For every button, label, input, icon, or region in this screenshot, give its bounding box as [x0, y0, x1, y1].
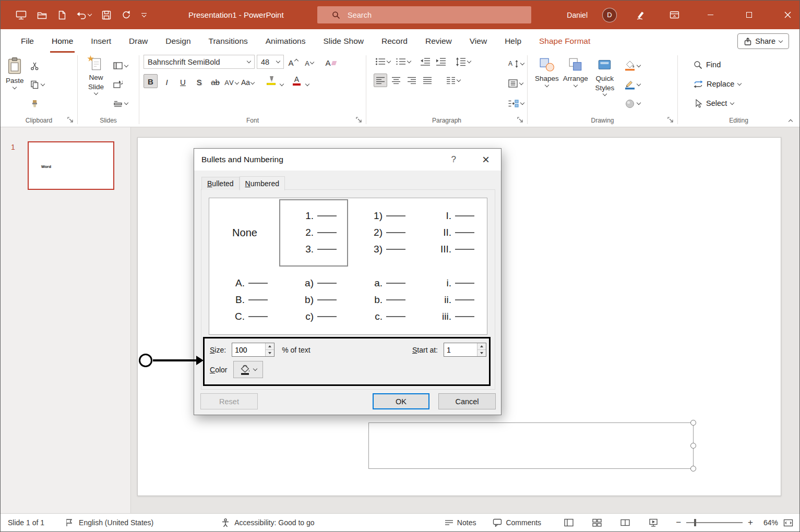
text-direction-button[interactable]: A — [506, 56, 526, 71]
font-size-combo[interactable]: 48 — [257, 55, 284, 69]
grow-font-button[interactable]: A — [286, 55, 300, 69]
resize-handle-bottom-right[interactable] — [690, 466, 696, 471]
layout-button[interactable] — [111, 58, 130, 73]
text-shadow-button[interactable]: S — [192, 74, 206, 88]
find-button[interactable]: Find — [694, 57, 799, 72]
shapes-button[interactable]: Shapes — [533, 55, 561, 114]
align-center-button[interactable] — [389, 74, 403, 87]
tab-bulleted[interactable]: Bulleted — [201, 177, 240, 190]
size-spin-up[interactable] — [266, 343, 274, 349]
size-input[interactable] — [232, 343, 274, 357]
resize-handle-middle-right[interactable] — [690, 443, 696, 449]
shape-fill-button[interactable] — [623, 58, 642, 73]
redo-button[interactable] — [120, 6, 133, 24]
tab-slide-show[interactable]: Slide Show — [314, 29, 373, 53]
font-color-button[interactable]: A — [290, 74, 304, 88]
ribbon-display-options-button[interactable] — [665, 1, 684, 29]
underline-button[interactable]: U — [176, 74, 190, 88]
start-at-spinner[interactable] — [477, 343, 486, 356]
reset-button[interactable] — [111, 77, 130, 92]
shape-effects-button[interactable] — [623, 96, 642, 111]
color-picker-button[interactable] — [233, 361, 263, 378]
clipboard-dialog-launcher[interactable] — [67, 117, 75, 124]
quick-styles-button[interactable]: Quick Styles — [590, 55, 619, 114]
tab-animations[interactable]: Animations — [257, 29, 315, 53]
close-button[interactable] — [775, 1, 799, 29]
numbering-option-roman-upper[interactable]: I. II. III. — [417, 199, 486, 267]
size-spinner[interactable] — [265, 343, 274, 356]
increase-indent-button[interactable] — [434, 55, 448, 68]
new-file-button[interactable] — [56, 6, 68, 24]
change-case-button[interactable]: Aa — [241, 74, 255, 88]
convert-to-smartart-button[interactable] — [506, 96, 526, 111]
slide-sorter-view-button[interactable] — [592, 518, 602, 527]
format-painter-button[interactable] — [28, 96, 46, 111]
numbering-option-alpha-upper[interactable]: A. B. C. — [210, 267, 279, 334]
justify-button[interactable] — [421, 74, 434, 87]
paste-button[interactable]: Paste — [4, 55, 26, 114]
cancel-button[interactable]: Cancel — [438, 393, 496, 409]
numbering-option-roman-lower[interactable]: i. ii. iii. — [417, 267, 486, 334]
inking-button[interactable] — [631, 1, 650, 29]
tab-file[interactable]: File — [12, 29, 43, 53]
tab-review[interactable]: Review — [416, 29, 461, 53]
new-slide-button[interactable]: New Slide — [81, 55, 111, 114]
drawing-dialog-launcher[interactable] — [667, 117, 675, 124]
tab-home[interactable]: Home — [43, 29, 82, 53]
share-button[interactable]: Share — [737, 33, 789, 49]
cut-button[interactable] — [28, 58, 46, 73]
clear-formatting-button[interactable]: A — [324, 55, 338, 69]
minimize-button[interactable] — [698, 1, 722, 29]
shape-outline-button[interactable] — [623, 77, 642, 92]
start-at-input[interactable] — [444, 343, 486, 357]
customize-qat-button[interactable] — [140, 6, 148, 24]
strikethrough-button[interactable]: ab — [208, 74, 222, 88]
maximize-button[interactable] — [737, 1, 761, 29]
tab-help[interactable]: Help — [496, 29, 530, 53]
font-name-combo[interactable]: Bahnschrift SemiBold — [144, 55, 255, 69]
dialog-help-button[interactable]: ? — [451, 154, 456, 165]
notes-button[interactable]: Notes — [445, 518, 476, 527]
slide-show-view-button[interactable] — [649, 518, 658, 527]
language-indicator[interactable]: English (United States) — [79, 518, 153, 527]
section-button[interactable] — [111, 96, 130, 111]
reset-button-dialog[interactable]: Reset — [200, 393, 258, 409]
slide-indicator[interactable]: Slide 1 of 1 — [8, 518, 44, 527]
avatar[interactable]: D — [602, 8, 617, 22]
ok-button[interactable]: OK — [373, 393, 429, 409]
zoom-in-button[interactable]: + — [748, 517, 753, 528]
accessibility-status[interactable]: Accessibility: Good to go — [234, 518, 314, 527]
align-right-button[interactable] — [405, 74, 419, 87]
bullets-button[interactable] — [374, 55, 392, 68]
zoom-out-button[interactable]: − — [676, 517, 681, 528]
resize-handle-top-right[interactable] — [690, 420, 696, 426]
highlight-color-chevron[interactable] — [280, 81, 284, 86]
zoom-slider-thumb[interactable] — [694, 519, 696, 526]
shrink-font-button[interactable]: A — [302, 55, 316, 69]
fit-to-window-button[interactable] — [783, 518, 793, 527]
save-button[interactable] — [100, 6, 113, 24]
tab-draw[interactable]: Draw — [120, 29, 157, 53]
columns-button[interactable] — [445, 74, 462, 87]
numbering-option-alpha-period[interactable]: a. b. c. — [348, 267, 417, 334]
select-button[interactable]: Select — [694, 95, 799, 111]
zoom-level[interactable]: 64% — [757, 518, 778, 527]
arrange-button[interactable]: Arrange — [561, 55, 590, 114]
numbering-option-alpha-paren[interactable]: a) b) c) — [279, 267, 348, 334]
replace-button[interactable]: Replace — [694, 76, 799, 92]
paragraph-dialog-launcher[interactable] — [517, 117, 524, 124]
open-button[interactable] — [35, 6, 49, 24]
font-dialog-launcher[interactable] — [356, 117, 363, 124]
numbering-option-arabic-period[interactable]: 1. 2. 3. — [279, 199, 348, 267]
undo-button[interactable] — [75, 6, 93, 24]
tab-insert[interactable]: Insert — [82, 29, 120, 53]
comments-button[interactable]: Comments — [493, 518, 541, 527]
highlight-color-button[interactable] — [264, 74, 278, 88]
decrease-indent-button[interactable] — [419, 55, 432, 68]
zoom-slider[interactable] — [686, 522, 743, 523]
character-spacing-button[interactable]: AV — [224, 74, 238, 88]
slide-thumbnail[interactable]: Word — [28, 141, 114, 190]
numbering-option-arabic-paren[interactable]: 1) 2) 3) — [348, 199, 417, 267]
italic-button[interactable]: I — [160, 74, 174, 88]
start-spin-down[interactable] — [477, 349, 486, 356]
